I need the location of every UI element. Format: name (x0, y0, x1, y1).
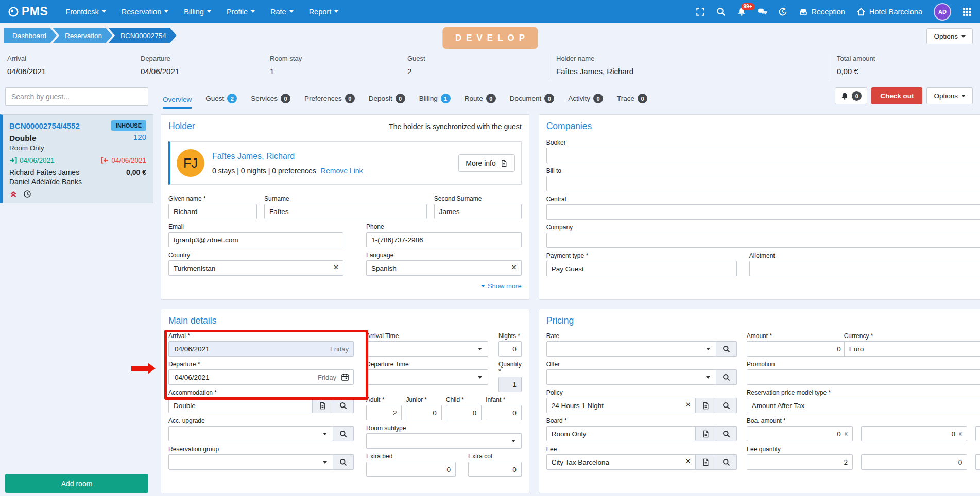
tab-trace[interactable]: Trace0 (617, 94, 647, 109)
acc-upgrade-select[interactable] (168, 426, 333, 441)
brand-logo[interactable]: PMS (8, 5, 48, 19)
messages-button[interactable] (758, 7, 767, 16)
boa-amount-field-2[interactable]: € (861, 426, 967, 441)
search-button[interactable] (333, 398, 354, 413)
company-select[interactable] (546, 233, 980, 248)
document-button[interactable] (696, 454, 716, 470)
more-info-button[interactable]: More info (458, 154, 514, 172)
menu-report[interactable]: Report (309, 8, 339, 16)
tab-deposit[interactable]: Deposit0 (369, 94, 405, 109)
tab-document[interactable]: Document0 (510, 94, 555, 109)
search-button[interactable] (716, 369, 737, 385)
phone-field[interactable] (366, 232, 522, 247)
quantity-field[interactable] (498, 377, 522, 392)
tab-preferences[interactable]: Preferences0 (304, 94, 355, 109)
rate-select[interactable] (546, 341, 716, 357)
tab-activity[interactable]: Activity0 (568, 94, 603, 109)
policy-field[interactable] (546, 398, 696, 413)
email-field[interactable] (168, 232, 343, 247)
junior-field[interactable] (406, 405, 441, 420)
search-button[interactable] (716, 454, 737, 470)
reservation-group-select[interactable] (168, 454, 333, 470)
apps-menu-button[interactable] (962, 7, 972, 16)
check-out-button[interactable]: Check out (871, 87, 922, 104)
menu-frontdesk[interactable]: Frontdesk (65, 8, 106, 16)
add-room-button[interactable]: Add room (5, 474, 148, 493)
promotion-select[interactable] (747, 369, 980, 385)
search-button[interactable] (333, 426, 354, 441)
price-model-field[interactable] (747, 398, 980, 413)
menu-profile[interactable]: Profile (227, 8, 255, 16)
allotment-select[interactable] (749, 261, 980, 276)
child-field[interactable] (446, 405, 482, 420)
document-button[interactable] (313, 398, 333, 413)
remove-link[interactable]: Remove Link (321, 167, 363, 175)
history-button[interactable] (778, 7, 787, 16)
hotel-switcher[interactable]: Hotel Barcelona (856, 7, 922, 16)
header-options-button[interactable]: Options (926, 28, 973, 44)
tab-route[interactable]: Route0 (465, 94, 496, 109)
tab-options-button[interactable]: Options (926, 87, 973, 104)
payment-type-field[interactable] (546, 261, 737, 276)
menu-reservation[interactable]: Reservation (122, 8, 168, 16)
extra-cot-field[interactable] (468, 462, 522, 477)
surname-field[interactable] (264, 204, 427, 219)
document-button[interactable] (696, 426, 716, 441)
show-more-link[interactable]: Show more (481, 282, 522, 290)
tab-billing[interactable]: Billing1 (419, 94, 451, 109)
accommodation-field[interactable] (168, 398, 313, 413)
clear-icon[interactable]: ✕ (333, 264, 339, 271)
tab-guest[interactable]: Guest2 (205, 94, 237, 109)
second-surname-field[interactable] (434, 204, 522, 219)
tab-overview[interactable]: Overview (163, 96, 192, 109)
reception-switcher[interactable]: Reception (799, 7, 845, 16)
global-search-button[interactable] (716, 7, 726, 16)
search-button[interactable] (716, 426, 737, 441)
clear-icon[interactable]: ✕ (511, 264, 517, 271)
clear-icon[interactable]: ✕ (685, 458, 691, 465)
tab-services[interactable]: Services0 (251, 94, 290, 109)
departure-date-field[interactable]: Friday (168, 369, 354, 385)
reservation-room-card[interactable]: BCN00002754/4552 INHOUSE Double 120 Room… (0, 114, 153, 203)
breadcrumb-reservation[interactable]: Reservation (53, 28, 112, 43)
bill-to-select[interactable] (546, 176, 980, 191)
search-button[interactable] (716, 398, 737, 413)
holder-name-link[interactable]: Faîtes James, Richard (212, 152, 363, 161)
alarm-button[interactable]: 0 (835, 87, 867, 104)
fee-qty-field-2[interactable] (861, 454, 967, 470)
given-name-field[interactable] (168, 204, 257, 219)
guest-search-input[interactable] (5, 87, 148, 106)
boa-amount-field-1[interactable]: € (747, 426, 853, 441)
fullscreen-button[interactable] (696, 7, 705, 16)
room-subtype-select[interactable] (366, 433, 522, 449)
fee-field[interactable] (546, 454, 696, 470)
arrival-date-field[interactable]: Friday (168, 341, 354, 357)
document-button[interactable] (696, 398, 716, 413)
adult-field[interactable] (366, 405, 402, 420)
central-select[interactable] (546, 204, 980, 220)
user-avatar[interactable]: AD (934, 3, 951, 21)
country-field[interactable] (168, 260, 343, 276)
boa-amount-field-3[interactable]: € (975, 426, 980, 441)
calendar-icon[interactable] (341, 373, 353, 381)
language-field[interactable] (366, 260, 522, 276)
arrival-time-select[interactable] (366, 341, 488, 357)
extra-bed-field[interactable] (366, 462, 456, 477)
clear-icon[interactable]: ✕ (685, 401, 691, 408)
fee-qty-field-3[interactable] (975, 454, 980, 470)
menu-billing[interactable]: Billing (184, 8, 211, 16)
offer-select[interactable] (546, 369, 716, 385)
currency-field[interactable] (844, 341, 980, 357)
search-button[interactable] (716, 341, 737, 357)
board-field[interactable] (546, 426, 696, 441)
amount-field[interactable]: € (747, 341, 853, 357)
menu-rate[interactable]: Rate (270, 8, 294, 16)
notifications-button[interactable]: 99+ (737, 7, 746, 16)
fee-qty-field-1[interactable] (747, 454, 853, 470)
booker-select[interactable] (546, 148, 980, 163)
nights-field[interactable] (498, 341, 522, 357)
search-button[interactable] (333, 454, 354, 470)
infant-field[interactable] (486, 405, 521, 420)
breadcrumb-reservation-code[interactable]: BCN00002754 (108, 28, 177, 43)
departure-time-select[interactable] (366, 369, 488, 385)
